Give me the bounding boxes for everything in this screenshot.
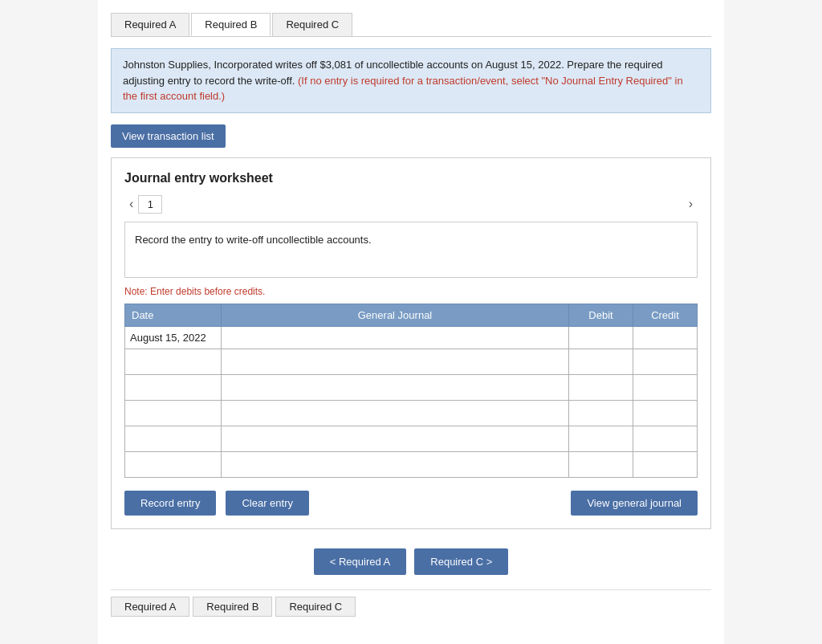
note-text: Note: Enter debits before credits.	[124, 286, 698, 297]
table-row	[125, 400, 698, 426]
cell-date-2	[125, 374, 222, 400]
cell-debit-0	[569, 326, 633, 348]
col-header-date: Date	[125, 304, 222, 326]
cell-date-4	[125, 426, 222, 451]
input-debit-3[interactable]	[569, 401, 633, 426]
prev-required-btn[interactable]: < Required A	[314, 548, 407, 575]
page-next-arrow[interactable]: ›	[684, 195, 698, 213]
clear-entry-btn[interactable]: Clear entry	[226, 491, 309, 516]
table-row	[125, 348, 698, 374]
cell-journal-5	[222, 451, 569, 477]
description-text: Record the entry to write-off uncollecti…	[135, 234, 372, 246]
table-row	[125, 426, 698, 451]
cell-date-0: August 15, 2022	[125, 326, 222, 348]
cell-date-3	[125, 400, 222, 426]
cell-journal-4	[222, 426, 569, 451]
input-date-2[interactable]	[130, 378, 216, 397]
cell-debit-3	[569, 400, 633, 426]
input-debit-1[interactable]	[569, 349, 633, 374]
description-box: Record the entry to write-off uncollecti…	[124, 222, 698, 278]
bottom-tabs: Required A Required B Required C	[111, 589, 711, 617]
tab-required-a[interactable]: Required A	[111, 13, 189, 36]
input-credit-3[interactable]	[633, 401, 697, 426]
col-header-debit: Debit	[569, 304, 633, 326]
cell-journal-2	[222, 374, 569, 400]
input-journal-2[interactable]	[222, 375, 568, 400]
input-debit-2[interactable]	[569, 375, 633, 400]
cell-date-1	[125, 348, 222, 374]
input-journal-3[interactable]	[222, 401, 568, 426]
input-credit-5[interactable]	[633, 452, 697, 477]
action-buttons: Record entry Clear entry View general jo…	[124, 491, 698, 516]
info-box: Johnston Supplies, Incorporated writes o…	[111, 48, 711, 113]
cell-credit-2	[633, 374, 698, 400]
cell-credit-3	[633, 400, 698, 426]
pagination-row: ‹ 1 ›	[124, 195, 698, 214]
bottom-tab-required-a[interactable]: Required A	[111, 597, 189, 617]
input-credit-1[interactable]	[633, 349, 697, 374]
input-credit-4[interactable]	[633, 426, 697, 451]
input-date-3[interactable]	[130, 404, 216, 422]
input-date-1[interactable]	[130, 353, 216, 371]
cell-credit-5	[633, 451, 698, 477]
bottom-tab-required-b[interactable]: Required B	[193, 597, 272, 617]
cell-date-5	[125, 451, 222, 477]
worksheet-card: Journal entry worksheet ‹ 1 › Record the…	[111, 157, 711, 529]
cell-debit-4	[569, 426, 633, 451]
tab-required-b[interactable]: Required B	[191, 13, 271, 36]
cell-journal-0	[222, 326, 569, 348]
input-journal-0[interactable]	[222, 327, 568, 348]
input-journal-5[interactable]	[222, 452, 568, 477]
cell-journal-3	[222, 400, 569, 426]
cell-debit-5	[569, 451, 633, 477]
input-credit-0[interactable]	[633, 327, 697, 348]
col-header-credit: Credit	[633, 304, 698, 326]
cell-credit-1	[633, 348, 698, 374]
input-journal-4[interactable]	[222, 426, 568, 451]
input-debit-4[interactable]	[569, 426, 633, 451]
page-prev-arrow[interactable]: ‹	[124, 195, 138, 213]
tab-bar: Required A Required B Required C	[111, 13, 711, 37]
worksheet-title: Journal entry worksheet	[124, 171, 698, 185]
input-credit-2[interactable]	[633, 375, 697, 400]
next-required-btn[interactable]: Required C >	[414, 548, 508, 575]
cell-journal-1	[222, 348, 569, 374]
input-date-5[interactable]	[130, 455, 216, 474]
table-row	[125, 451, 698, 477]
input-debit-0[interactable]	[569, 327, 633, 348]
bottom-nav: < Required A Required C >	[111, 548, 711, 575]
cell-credit-4	[633, 426, 698, 451]
col-header-journal: General Journal	[222, 304, 569, 326]
view-transaction-btn[interactable]: View transaction list	[111, 124, 226, 148]
record-entry-btn[interactable]: Record entry	[124, 491, 216, 516]
page-number: 1	[138, 195, 162, 214]
tab-required-c[interactable]: Required C	[272, 13, 352, 36]
input-debit-5[interactable]	[569, 452, 633, 477]
cell-debit-1	[569, 348, 633, 374]
cell-credit-0	[633, 326, 698, 348]
journal-table: Date General Journal Debit Credit August…	[124, 304, 698, 478]
cell-debit-2	[569, 374, 633, 400]
table-row	[125, 374, 698, 400]
bottom-tab-required-c[interactable]: Required C	[275, 597, 356, 617]
table-row: August 15, 2022	[125, 326, 698, 348]
view-general-journal-btn[interactable]: View general journal	[571, 491, 698, 516]
input-date-4[interactable]	[130, 430, 216, 448]
input-journal-1[interactable]	[222, 349, 568, 374]
